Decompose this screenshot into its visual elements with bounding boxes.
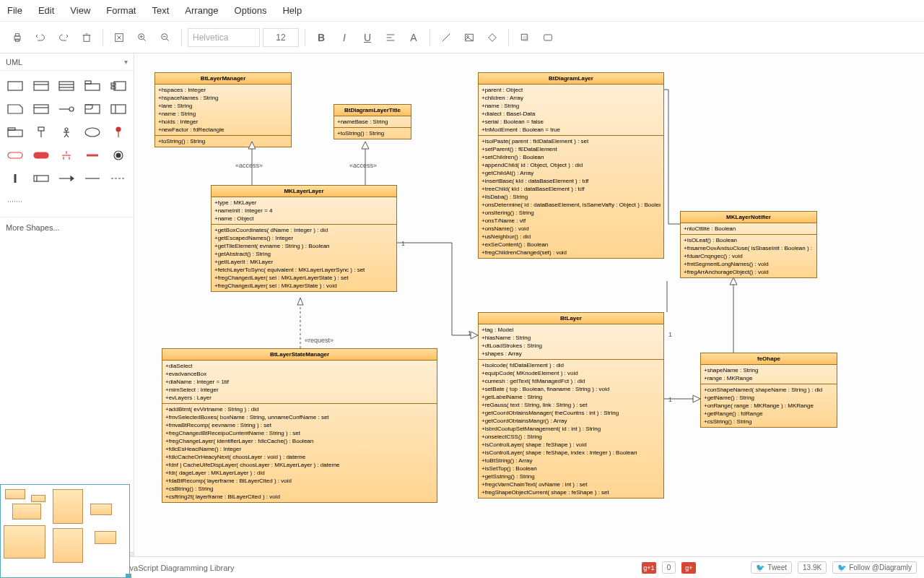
gplus-badge[interactable]: g+1	[642, 562, 656, 574]
shape-package[interactable]	[29, 98, 53, 120]
label-one2: 1	[468, 329, 471, 337]
minimap[interactable]	[0, 484, 130, 578]
label-access2: «access»	[349, 162, 377, 169]
svg-rect-21	[111, 83, 116, 85]
svg-rect-19	[85, 81, 91, 84]
shape-lane[interactable]	[29, 168, 53, 189]
svg-rect-42	[8, 152, 22, 158]
delete-icon[interactable]	[77, 27, 97, 48]
svg-rect-12	[8, 82, 22, 90]
toolbar: B I U A	[0, 22, 924, 53]
shape-join[interactable]	[80, 144, 105, 166]
svg-rect-18	[85, 84, 100, 90]
shape-class[interactable]	[55, 75, 79, 97]
shape-line[interactable]	[80, 168, 105, 189]
gplus-count: 0	[662, 561, 676, 574]
sidebar-header[interactable]: UML▾	[0, 53, 134, 71]
shape-actor[interactable]	[55, 121, 79, 143]
shape-end[interactable]	[106, 144, 131, 166]
shape-arrow[interactable]	[55, 168, 79, 189]
underline-icon[interactable]: U	[357, 27, 378, 48]
shape-component[interactable]	[106, 75, 131, 97]
tweet-count: 13.9K	[798, 561, 827, 574]
menu-edit[interactable]: Edit	[38, 5, 54, 16]
class-btlayerstatemanager[interactable]: BtLayerStateManager+diaSelect+evadvanceB…	[162, 348, 437, 503]
shape-bar[interactable]	[3, 168, 27, 189]
svg-rect-32	[38, 127, 44, 131]
svg-rect-28	[111, 105, 126, 113]
svg-rect-3	[84, 35, 90, 41]
class-mklayernotifier[interactable]: MKLayerNotifier+ntoCttlite : Boolean+IsO…	[680, 211, 817, 278]
menu-format[interactable]: Format	[106, 5, 136, 16]
svg-point-34	[65, 128, 68, 131]
zoom-in-icon[interactable]	[132, 27, 152, 48]
menu-file[interactable]: File	[7, 5, 22, 16]
svg-rect-10	[523, 35, 528, 41]
shape-usecase[interactable]	[80, 121, 105, 143]
footer: Powered by mxGraph - The JavaScript Diag…	[0, 556, 924, 578]
svg-marker-64	[297, 298, 303, 305]
class-btdiagramlayertitle[interactable]: BtDiagramLayerTitle+nameBase : String+to…	[334, 104, 411, 139]
svg-marker-65	[471, 332, 478, 339]
more-shapes[interactable]: More Shapes...	[0, 217, 134, 238]
menu-arrange[interactable]: Arrange	[185, 5, 218, 16]
shape-frame[interactable]	[80, 98, 105, 120]
menu-options[interactable]: Options	[235, 5, 267, 16]
label-one3: 1	[668, 331, 672, 338]
shape-dot[interactable]	[3, 191, 27, 212]
class-btdiagramlayer[interactable]: BtDiagramLayer+parent : Object+children …	[478, 72, 664, 259]
menu-help[interactable]: Help	[282, 5, 302, 16]
svg-marker-70	[693, 395, 700, 402]
shape-rect2[interactable]	[29, 75, 53, 97]
shape-rect[interactable]	[3, 75, 27, 97]
svg-line-37	[64, 134, 66, 137]
print-icon[interactable]	[7, 27, 27, 48]
shape-activity2[interactable]	[29, 144, 53, 166]
gplus-icon[interactable]: g+	[681, 562, 696, 574]
bold-icon[interactable]: B	[311, 27, 331, 48]
shape-dash[interactable]	[106, 168, 131, 189]
line-icon[interactable]	[436, 27, 456, 48]
label-one1: 1	[401, 240, 405, 247]
shape-note[interactable]	[3, 98, 27, 120]
class-feohape[interactable]: feOhape+shapeName : String+range : MKRan…	[700, 353, 837, 428]
font-select[interactable]	[188, 28, 260, 47]
image-icon[interactable]	[459, 27, 479, 48]
svg-marker-62	[362, 142, 369, 149]
label-one4: 1	[668, 396, 672, 403]
svg-marker-68	[730, 277, 737, 285]
shadow-icon[interactable]	[515, 27, 535, 48]
class-mklayerlayer[interactable]: MKLayerLayer+type : MKLayer+nameInit : I…	[211, 185, 397, 292]
follow-button[interactable]: 🐦Follow @Diagramly	[832, 561, 917, 574]
zoom-out-icon[interactable]	[155, 27, 175, 48]
svg-rect-13	[34, 82, 48, 90]
class-btlayermanager[interactable]: BtLayerManager+hspaces : Integer+hspaceN…	[154, 72, 292, 147]
fill-icon[interactable]	[482, 27, 502, 48]
shape-swim[interactable]	[106, 98, 131, 120]
italic-icon[interactable]: I	[334, 27, 354, 48]
tweet-button[interactable]: 🐦Tweet	[751, 561, 792, 574]
svg-rect-22	[111, 87, 116, 89]
shape-tab[interactable]	[80, 75, 105, 97]
shape-interface[interactable]	[55, 98, 79, 120]
menu-text[interactable]: Text	[152, 5, 169, 16]
fit-icon[interactable]	[109, 27, 129, 48]
shape-activity[interactable]	[3, 144, 27, 166]
svg-rect-52	[34, 176, 48, 181]
redo-icon[interactable]	[53, 27, 74, 48]
shape-folder[interactable]	[3, 121, 27, 143]
canvas[interactable]: BtLayerManager+hspaces : Integer+hspaceN…	[134, 53, 924, 556]
shape-lifeline[interactable]	[29, 121, 53, 143]
shape-fork[interactable]	[55, 144, 79, 166]
align-icon[interactable]	[380, 27, 401, 48]
shape-palette	[0, 71, 134, 217]
svg-line-38	[66, 134, 69, 137]
undo-icon[interactable]	[30, 27, 51, 48]
menu-view[interactable]: View	[70, 5, 90, 16]
class-btlayer[interactable]: BtLayer+tag : Model+hiasName : String+dt…	[478, 312, 664, 499]
shape-pin[interactable]	[106, 121, 131, 143]
container-icon[interactable]	[538, 27, 558, 48]
menubar: File Edit View Format Text Arrange Optio…	[0, 0, 924, 22]
font-color-icon[interactable]: A	[404, 27, 424, 48]
size-select[interactable]	[263, 28, 299, 47]
